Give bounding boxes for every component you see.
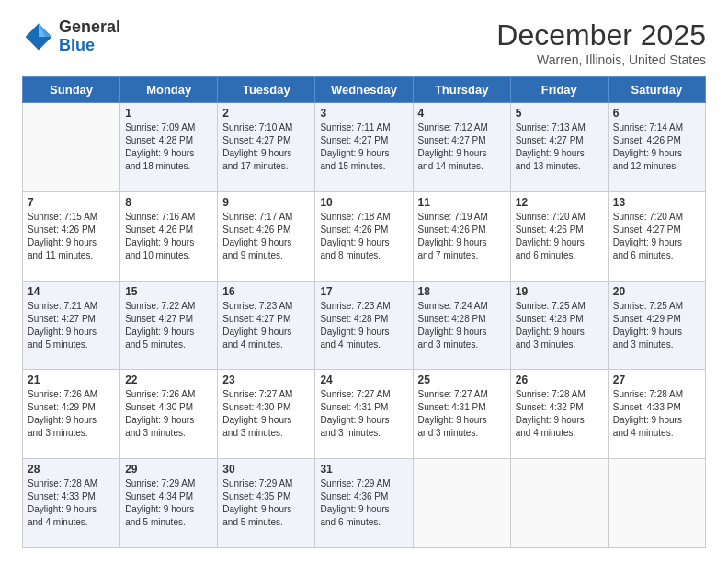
table-row: 17Sunrise: 7:23 AM Sunset: 4:28 PM Dayli… <box>315 281 413 370</box>
day-info: Sunrise: 7:24 AM Sunset: 4:28 PM Dayligh… <box>418 300 506 351</box>
table-row: 18Sunrise: 7:24 AM Sunset: 4:28 PM Dayli… <box>413 281 510 370</box>
day-number: 26 <box>516 373 603 386</box>
table-row: 4Sunrise: 7:12 AM Sunset: 4:27 PM Daylig… <box>413 103 510 192</box>
day-info: Sunrise: 7:29 AM Sunset: 4:35 PM Dayligh… <box>222 477 310 529</box>
table-row: 16Sunrise: 7:23 AM Sunset: 4:27 PM Dayli… <box>218 281 315 370</box>
logo: General Blue <box>22 18 120 55</box>
day-info: Sunrise: 7:17 AM Sunset: 4:26 PM Dayligh… <box>222 211 310 262</box>
day-number: 24 <box>320 373 407 386</box>
day-number: 10 <box>320 196 407 209</box>
day-number: 16 <box>222 285 310 298</box>
day-number: 28 <box>28 463 115 476</box>
calendar-week-row: 1Sunrise: 7:09 AM Sunset: 4:28 PM Daylig… <box>23 103 706 192</box>
table-row <box>608 459 705 548</box>
col-friday: Friday <box>510 77 608 103</box>
day-number: 18 <box>418 285 506 298</box>
day-info: Sunrise: 7:28 AM Sunset: 4:32 PM Dayligh… <box>516 388 603 440</box>
day-number: 15 <box>125 285 212 298</box>
day-number: 5 <box>516 107 603 120</box>
table-row: 28Sunrise: 7:28 AM Sunset: 4:33 PM Dayli… <box>23 459 120 548</box>
table-row <box>413 459 510 548</box>
table-row: 3Sunrise: 7:11 AM Sunset: 4:27 PM Daylig… <box>315 103 413 192</box>
day-number: 11 <box>418 196 506 209</box>
day-info: Sunrise: 7:21 AM Sunset: 4:27 PM Dayligh… <box>28 300 115 351</box>
calendar-week-row: 14Sunrise: 7:21 AM Sunset: 4:27 PM Dayli… <box>23 281 706 370</box>
col-saturday: Saturday <box>608 77 705 103</box>
day-info: Sunrise: 7:27 AM Sunset: 4:31 PM Dayligh… <box>418 388 506 440</box>
table-row: 9Sunrise: 7:17 AM Sunset: 4:26 PM Daylig… <box>218 191 315 281</box>
table-row: 12Sunrise: 7:20 AM Sunset: 4:26 PM Dayli… <box>510 191 608 281</box>
table-row <box>23 103 120 192</box>
table-row: 14Sunrise: 7:21 AM Sunset: 4:27 PM Dayli… <box>23 281 120 370</box>
table-row: 6Sunrise: 7:14 AM Sunset: 4:26 PM Daylig… <box>608 103 705 192</box>
title-block: December 2025 Warren, Illinois, United S… <box>496 18 706 67</box>
day-number: 22 <box>125 373 212 386</box>
table-row: 24Sunrise: 7:27 AM Sunset: 4:31 PM Dayli… <box>315 370 413 459</box>
day-info: Sunrise: 7:23 AM Sunset: 4:27 PM Dayligh… <box>222 300 310 351</box>
table-row: 13Sunrise: 7:20 AM Sunset: 4:27 PM Dayli… <box>608 191 705 281</box>
month-title: December 2025 <box>496 18 706 52</box>
day-info: Sunrise: 7:28 AM Sunset: 4:33 PM Dayligh… <box>613 388 700 440</box>
table-row: 30Sunrise: 7:29 AM Sunset: 4:35 PM Dayli… <box>218 459 315 548</box>
table-row: 26Sunrise: 7:28 AM Sunset: 4:32 PM Dayli… <box>510 370 608 459</box>
day-info: Sunrise: 7:26 AM Sunset: 4:30 PM Dayligh… <box>125 388 212 440</box>
logo-icon <box>22 20 55 53</box>
day-number: 1 <box>125 107 212 120</box>
table-row: 10Sunrise: 7:18 AM Sunset: 4:26 PM Dayli… <box>315 191 413 281</box>
day-number: 19 <box>516 285 603 298</box>
table-row: 1Sunrise: 7:09 AM Sunset: 4:28 PM Daylig… <box>120 103 218 192</box>
day-number: 25 <box>418 373 506 386</box>
day-number: 27 <box>613 373 700 386</box>
day-info: Sunrise: 7:26 AM Sunset: 4:29 PM Dayligh… <box>28 388 115 440</box>
day-number: 2 <box>222 107 310 120</box>
day-number: 14 <box>28 285 115 298</box>
day-number: 12 <box>516 196 603 209</box>
day-number: 3 <box>320 107 407 120</box>
table-row: 8Sunrise: 7:16 AM Sunset: 4:26 PM Daylig… <box>120 191 218 281</box>
calendar-week-row: 28Sunrise: 7:28 AM Sunset: 4:33 PM Dayli… <box>23 459 706 548</box>
table-row <box>510 459 608 548</box>
table-row: 22Sunrise: 7:26 AM Sunset: 4:30 PM Dayli… <box>120 370 218 459</box>
day-number: 23 <box>222 373 310 386</box>
table-row: 31Sunrise: 7:29 AM Sunset: 4:36 PM Dayli… <box>315 459 413 548</box>
day-number: 6 <box>613 107 700 120</box>
day-info: Sunrise: 7:25 AM Sunset: 4:29 PM Dayligh… <box>613 300 700 351</box>
day-number: 20 <box>613 285 700 298</box>
day-info: Sunrise: 7:27 AM Sunset: 4:31 PM Dayligh… <box>320 388 407 440</box>
logo-text: General Blue <box>59 18 120 55</box>
calendar-table: Sunday Monday Tuesday Wednesday Thursday… <box>22 76 706 548</box>
day-number: 7 <box>28 196 115 209</box>
day-info: Sunrise: 7:29 AM Sunset: 4:34 PM Dayligh… <box>125 477 212 529</box>
day-number: 9 <box>222 196 310 209</box>
col-sunday: Sunday <box>23 77 120 103</box>
table-row: 25Sunrise: 7:27 AM Sunset: 4:31 PM Dayli… <box>413 370 510 459</box>
header: General Blue December 2025 Warren, Illin… <box>22 18 706 67</box>
table-row: 23Sunrise: 7:27 AM Sunset: 4:30 PM Dayli… <box>218 370 315 459</box>
col-tuesday: Tuesday <box>218 77 315 103</box>
table-row: 15Sunrise: 7:22 AM Sunset: 4:27 PM Dayli… <box>120 281 218 370</box>
col-thursday: Thursday <box>413 77 510 103</box>
col-monday: Monday <box>120 77 218 103</box>
day-info: Sunrise: 7:09 AM Sunset: 4:28 PM Dayligh… <box>125 121 212 173</box>
day-number: 17 <box>320 285 407 298</box>
day-info: Sunrise: 7:16 AM Sunset: 4:26 PM Dayligh… <box>125 211 212 262</box>
day-info: Sunrise: 7:28 AM Sunset: 4:33 PM Dayligh… <box>28 477 115 529</box>
day-info: Sunrise: 7:10 AM Sunset: 4:27 PM Dayligh… <box>222 121 310 173</box>
day-info: Sunrise: 7:25 AM Sunset: 4:28 PM Dayligh… <box>516 300 603 351</box>
day-number: 31 <box>320 463 407 476</box>
day-info: Sunrise: 7:22 AM Sunset: 4:27 PM Dayligh… <box>125 300 212 351</box>
day-info: Sunrise: 7:13 AM Sunset: 4:27 PM Dayligh… <box>516 121 603 173</box>
day-info: Sunrise: 7:19 AM Sunset: 4:26 PM Dayligh… <box>418 211 506 262</box>
day-info: Sunrise: 7:23 AM Sunset: 4:28 PM Dayligh… <box>320 300 407 351</box>
day-info: Sunrise: 7:11 AM Sunset: 4:27 PM Dayligh… <box>320 121 407 173</box>
day-info: Sunrise: 7:29 AM Sunset: 4:36 PM Dayligh… <box>320 477 407 529</box>
calendar-week-row: 7Sunrise: 7:15 AM Sunset: 4:26 PM Daylig… <box>23 191 706 281</box>
table-row: 2Sunrise: 7:10 AM Sunset: 4:27 PM Daylig… <box>218 103 315 192</box>
day-info: Sunrise: 7:20 AM Sunset: 4:26 PM Dayligh… <box>516 211 603 262</box>
day-info: Sunrise: 7:18 AM Sunset: 4:26 PM Dayligh… <box>320 211 407 262</box>
page: General Blue December 2025 Warren, Illin… <box>0 0 728 563</box>
table-row: 19Sunrise: 7:25 AM Sunset: 4:28 PM Dayli… <box>510 281 608 370</box>
table-row: 21Sunrise: 7:26 AM Sunset: 4:29 PM Dayli… <box>23 370 120 459</box>
day-number: 21 <box>28 373 115 386</box>
table-row: 5Sunrise: 7:13 AM Sunset: 4:27 PM Daylig… <box>510 103 608 192</box>
